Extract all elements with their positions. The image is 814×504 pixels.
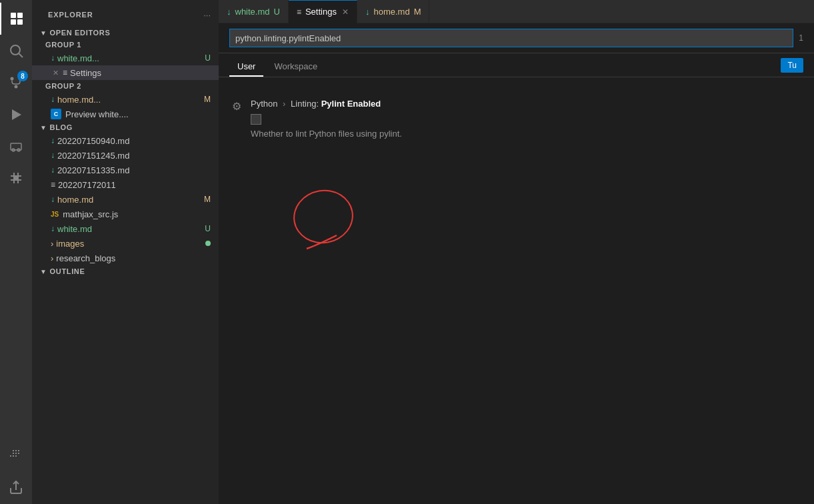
file-1-arrow: ↓	[51, 151, 55, 160]
home-arrow: ↓	[51, 195, 55, 204]
outline-chevron: ▼	[40, 268, 47, 275]
file-0-arrow: ↓	[51, 136, 55, 145]
explorer-activity-icon[interactable]	[0, 3, 32, 35]
svg-point-8	[15, 85, 18, 89]
search-container: 1	[219, 23, 814, 53]
settings-panel: 1 User Workspace Tu ⚙ Python › Linting: …	[219, 23, 814, 504]
svg-rect-2	[11, 19, 16, 25]
open-editor-preview[interactable]: C Preview white....	[32, 107, 219, 121]
sidebar-title: EXPLORER	[40, 5, 101, 24]
svg-rect-0	[11, 13, 16, 18]
setting-checkbox-row	[251, 114, 402, 125]
tab-white-md[interactable]: ↓ white.md U	[219, 0, 289, 23]
group2-label: GROUP 2	[32, 80, 219, 92]
sidebar: EXPLORER ··· ▼ OPEN EDITORS GROUP 1 ↓ wh…	[32, 0, 219, 504]
blog-header[interactable]: ▼ BLOG	[32, 121, 219, 133]
setting-description: Whether to lint Python files using pylin…	[251, 129, 402, 139]
research-name: research_blogs	[56, 253, 211, 263]
source-control-badge: 8	[17, 71, 28, 81]
setting-detail: Python › Linting: Pylint Enabled Whether…	[251, 99, 402, 139]
blog-label: BLOG	[50, 123, 73, 131]
svg-line-5	[19, 54, 23, 58]
outline-label: OUTLINE	[50, 267, 85, 275]
setting-gear-icon[interactable]: ⚙	[232, 100, 241, 113]
file-3-lines-icon: ≡	[51, 180, 55, 189]
white-tab-arrow: ↓	[227, 7, 231, 17]
outline-header[interactable]: ▼ OUTLINE	[32, 265, 219, 277]
remote-activity-icon[interactable]	[0, 131, 32, 163]
turn-on-button[interactable]: Tu	[781, 58, 803, 73]
blog-file-white[interactable]: ↓ white.md U	[32, 221, 219, 236]
run-activity-icon[interactable]	[0, 99, 32, 131]
home-name: home.md	[57, 195, 200, 205]
open-editor-white-md[interactable]: ↓ white.md... U	[32, 51, 219, 65]
settings-tab-close[interactable]: ✕	[342, 7, 349, 17]
open-editor-home-md[interactable]: ↓ home.md... M	[32, 92, 219, 107]
svg-rect-3	[17, 19, 23, 25]
home-tab-badge: M	[414, 7, 421, 17]
preview-icon: C	[51, 109, 61, 119]
blog-folder-images[interactable]: › images	[32, 236, 219, 251]
open-editors-label: OPEN EDITORS	[50, 29, 111, 37]
file-3-name: 202207172011	[58, 180, 211, 190]
white-md-badge: U	[205, 53, 211, 63]
blog-chevron: ▼	[40, 124, 47, 131]
extensions-activity-icon[interactable]	[0, 163, 32, 195]
settings-tab-user[interactable]: User	[229, 57, 263, 77]
settings-body: ⚙ Python › Linting: Pylint Enabled Wheth…	[219, 77, 814, 504]
blog-folder-research[interactable]: › research_blogs	[32, 251, 219, 265]
setting-path: Python	[251, 99, 277, 109]
blog-file-3[interactable]: ≡ 202207172011	[32, 177, 219, 192]
open-editors-chevron: ▼	[40, 29, 47, 37]
share-activity-icon[interactable]	[0, 472, 32, 504]
settings-tab-icon: ≡	[297, 7, 301, 17]
settings-close-icon[interactable]: ✕	[51, 69, 60, 77]
tab-home-md[interactable]: ↓ home.md M	[357, 0, 430, 23]
source-control-activity-icon[interactable]: 8	[0, 67, 32, 99]
blog-file-1[interactable]: ↓ 202207151245.md	[32, 148, 219, 163]
file-1-name: 202207151245.md	[57, 151, 211, 161]
setting-arrow: ›	[283, 99, 285, 109]
setting-section: Linting:	[291, 99, 319, 109]
blog-file-mathjax[interactable]: JS mathjax_src.js	[32, 207, 219, 221]
home-md-arrow: ↓	[51, 95, 55, 104]
home-md-badge: M	[204, 95, 211, 104]
main-content: ↓ white.md U ≡ Settings ✕ ↓ home.md M 1 …	[219, 0, 814, 504]
setting-name: Pylint Enabled	[321, 99, 381, 109]
tab-settings[interactable]: ≡ Settings ✕	[289, 0, 357, 23]
blog-file-0[interactable]: ↓ 202207150940.md	[32, 133, 219, 148]
settings-lines-icon: ≡	[63, 68, 67, 77]
file-2-arrow: ↓	[51, 165, 55, 175]
open-editors-header[interactable]: ▼ OPEN EDITORS	[32, 27, 219, 39]
settings-tabs-bar: User Workspace Tu	[219, 53, 814, 77]
settings-tab-label: Settings	[305, 7, 337, 17]
folder-expand-icon: ›	[51, 239, 53, 249]
pylint-enabled-checkbox[interactable]	[251, 114, 261, 125]
settings-filename: Settings	[70, 68, 211, 78]
js-icon: JS	[51, 211, 59, 218]
home-tab-label: home.md	[373, 7, 409, 17]
settings-search-input[interactable]	[229, 29, 793, 47]
settings-tab-workspace[interactable]: Workspace	[266, 57, 325, 77]
search-activity-icon[interactable]	[0, 35, 32, 67]
sidebar-more-button[interactable]: ···	[203, 10, 211, 20]
preview-filename: Preview white....	[65, 109, 211, 119]
blog-file-2[interactable]: ↓ 202207151335.md	[32, 163, 219, 177]
tab-bar: ↓ white.md U ≡ Settings ✕ ↓ home.md M	[219, 0, 814, 23]
images-dot-badge	[205, 241, 211, 246]
home-md-filename: home.md...	[57, 95, 200, 105]
blog-file-home[interactable]: ↓ home.md M	[32, 192, 219, 207]
home-badge: M	[204, 195, 211, 204]
white-md-arrow: ↓	[51, 53, 55, 63]
images-name: images	[56, 239, 201, 249]
open-editor-settings[interactable]: ✕ ≡ Settings	[32, 65, 219, 80]
white-name: white.md	[57, 224, 201, 234]
white-tab-badge: U	[274, 7, 280, 17]
setting-title: Python › Linting: Pylint Enabled	[251, 99, 402, 109]
file-2-name: 202207151335.md	[57, 165, 211, 175]
bottom-icons	[0, 440, 32, 504]
mathjax-name: mathjax_src.js	[63, 209, 211, 219]
svg-rect-1	[17, 13, 23, 18]
docker-activity-icon[interactable]	[0, 440, 32, 472]
white-md-filename: white.md...	[57, 53, 201, 63]
